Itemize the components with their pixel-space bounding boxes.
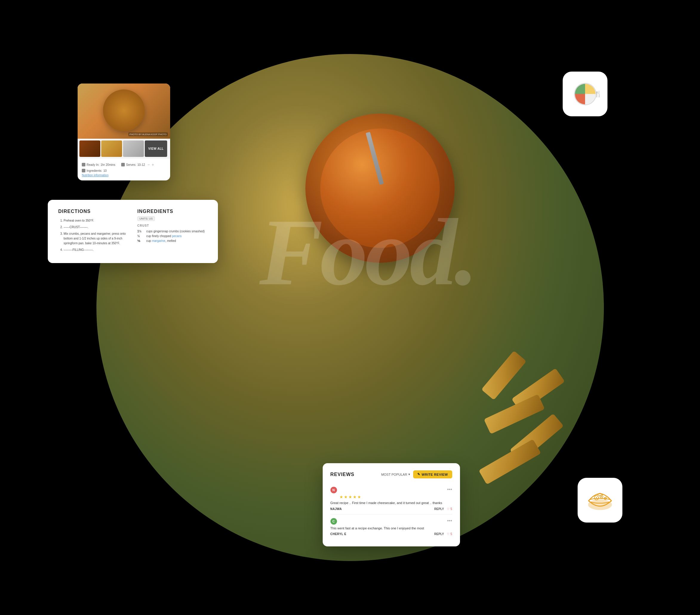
review-2-footer: CHERYL E REPLY ♡ 5 [330, 533, 452, 536]
ingredient-icon [82, 169, 85, 172]
ingredient-row-3: ⅓ cup margarine, melted [137, 239, 208, 243]
review-1-text: Great recipe .. First time I made cheese… [330, 500, 452, 505]
reviews-title: REVIEWS [330, 472, 355, 477]
recipe-thumb-1[interactable] [79, 140, 100, 157]
food-hero-text: Food. [259, 197, 475, 307]
star-1: ★ [339, 495, 343, 499]
ingredient-row-2: ½ cup finely chopped pecans [137, 234, 208, 238]
svg-point-0 [588, 499, 612, 510]
write-review-button[interactable]: ✎ WRITE REVIEW [413, 470, 452, 478]
star-2: ★ [344, 495, 348, 499]
directions-title: DIRECTIONS [58, 209, 128, 214]
serves-meta: Serves: 10-12 − + [121, 162, 154, 167]
plate-quadrant-white [585, 94, 596, 104]
stars-row-1: ★ ★ ★ ★ ★ [339, 495, 452, 499]
reviews-card: REVIEWS MOST POPULAR ▾ ✎ WRITE REVIEW N … [323, 463, 460, 547]
reviews-controls: MOST POPULAR ▾ ✎ WRITE REVIEW [381, 470, 452, 478]
direction-step-2: ------CRUST--------. [64, 225, 128, 230]
recipe-card-image [78, 84, 170, 139]
ingredients-label: Ingredients: [87, 169, 102, 172]
ingredients-column: INGREDIENTS UNITS: US CRUST 1½ cups ging… [137, 209, 208, 254]
person-icon [121, 163, 125, 166]
review-2-header: C ••• [330, 518, 452, 525]
plate-divided-icon [574, 83, 597, 105]
direction-step-1: Preheat oven to 350°F. [64, 218, 128, 223]
app-icon-top[interactable]: 🍴 [563, 72, 608, 116]
directions-card: DIRECTIONS Preheat oven to 350°F. ------… [48, 200, 218, 263]
plate-quadrant-green [575, 84, 585, 94]
chevron-down-icon: ▾ [408, 472, 410, 476]
plate-quadrant-red [575, 94, 585, 104]
review-item-2: C ••• This went fast at a recipe exchang… [330, 514, 452, 540]
crust-section-title: CRUST [137, 224, 208, 227]
reply-button-2[interactable]: REPLY [434, 533, 444, 536]
recipe-thumb-2[interactable] [101, 140, 122, 157]
serves-minus[interactable]: − [148, 162, 150, 167]
nutrition-link[interactable]: Nutrition information [82, 174, 166, 177]
view-all-button[interactable]: VIEW ALL [145, 140, 167, 157]
ingredient-row-1: 1½ cups gingersnap crumbs (cookies smash… [137, 230, 208, 233]
like-count-2: ♡ 5 [447, 533, 452, 536]
recipe-thumbnails: VIEW ALL [78, 139, 170, 159]
serves-label: Serves: [126, 163, 136, 166]
ingredient-amount-1: 1½ [137, 230, 145, 233]
svg-point-6 [601, 496, 602, 497]
recipe-thumb-3[interactable] [123, 140, 144, 157]
app-icon-bottom[interactable] [578, 478, 622, 523]
like-count-1: ♡ 5 [447, 507, 452, 511]
clock-icon [82, 163, 85, 166]
directions-list: Preheat oven to 350°F. ------CRUST------… [58, 218, 128, 252]
units-badge[interactable]: UNITS: US [137, 216, 155, 221]
fried-stick-5 [481, 351, 526, 400]
ingredient-desc-2: cup finely chopped pecans [146, 234, 182, 238]
ingredients-title: INGREDIENTS [137, 209, 208, 214]
ingredients-value: 10 [103, 169, 107, 172]
ready-in-label: Ready In: [87, 163, 99, 166]
directions-column: DIRECTIONS Preheat oven to 350°F. ------… [58, 209, 128, 254]
ingredient-desc-1: cups gingersnap crumbs (cookies smashed) [146, 230, 205, 233]
serves-value: 10-12 [137, 163, 145, 166]
reviewer-name-1: NAJWA [330, 507, 342, 511]
review-1-menu[interactable]: ••• [447, 487, 452, 492]
reply-button-1[interactable]: REPLY [434, 507, 444, 511]
ingredients-meta: Ingredients: 10 [82, 169, 166, 172]
svg-point-7 [605, 498, 606, 499]
direction-step-3: Mix crumbs, pecans and margarine; press … [64, 231, 128, 246]
reviewer-avatar-1: N [330, 487, 337, 493]
most-popular-button[interactable]: MOST POPULAR ▾ [381, 472, 410, 476]
review-1-footer: NAJWA REPLY ♡ 5 [330, 507, 452, 511]
review-2-text: This went fast at a recipe exchange. Thi… [330, 526, 452, 531]
write-review-label: WRITE REVIEW [422, 473, 448, 476]
bowl-icon-svg [585, 488, 615, 512]
ingredient-amount-3: ⅓ [137, 239, 145, 243]
pencil-icon: ✎ [417, 472, 420, 476]
recipe-meta: Ready In: 1hr 20mins Serves: 10-12 − + I… [78, 159, 170, 180]
fork-icon: 🍴 [594, 90, 602, 98]
pecans-link[interactable]: pecans [172, 234, 182, 238]
reviewer-name-2: CHERYL E [330, 533, 347, 536]
review-1-header: N ••• [330, 487, 452, 493]
plate-quadrant-yellow [585, 84, 596, 94]
review-item-1: N ••• ★ ★ ★ ★ ★ Great recipe .. First ti… [330, 483, 452, 514]
svg-point-5 [596, 497, 597, 498]
plate-icon-container: 🍴 [574, 83, 597, 105]
review-1-actions: REPLY ♡ 5 [434, 507, 452, 511]
star-5: ★ [357, 495, 361, 499]
ingredient-amount-2: ½ [137, 234, 145, 238]
review-2-menu[interactable]: ••• [447, 518, 452, 523]
star-3: ★ [348, 495, 352, 499]
ready-in-meta: Ready In: 1hr 20mins [82, 162, 115, 167]
star-4: ★ [353, 495, 357, 499]
review-2-actions: REPLY ♡ 5 [434, 533, 452, 536]
most-popular-label: MOST POPULAR [381, 473, 407, 476]
reviews-header: REVIEWS MOST POPULAR ▾ ✎ WRITE REVIEW [330, 470, 452, 478]
reviewer-avatar-2: C [330, 518, 337, 525]
ingredient-desc-3: cup margarine, melted [146, 239, 176, 243]
recipe-card: VIEW ALL Ready In: 1hr 20mins Serves: 10… [78, 84, 170, 180]
ready-in-value: 1hr 20mins [101, 163, 115, 166]
margarine-link[interactable]: margarine [152, 239, 165, 243]
fried-stick-4 [478, 439, 541, 485]
direction-step-4: ---------FILLING---------. [64, 247, 128, 252]
serves-plus[interactable]: + [152, 162, 154, 167]
